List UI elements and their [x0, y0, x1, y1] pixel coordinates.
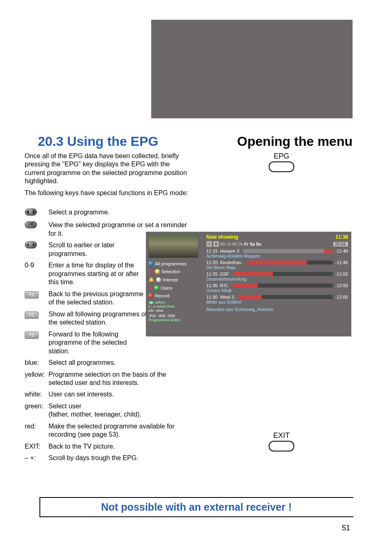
intro-paragraph-2: The following keys have special function… — [25, 189, 189, 197]
key-lr-text: Select a programme. — [48, 208, 189, 216]
f2-icon: F2 — [25, 311, 39, 319]
epg-programme-item: 11:25DSF-11:55Dauerwerbesendung — [206, 272, 348, 281]
legend-text: ◀▶ select. 0...9 select time. OK: view. … — [148, 301, 203, 322]
opt-selection: Selection — [161, 269, 180, 274]
key-exit-text: Back to the TV picture. — [48, 442, 189, 451]
exit-key-shape-icon — [269, 441, 294, 451]
key-f2-text: Show all following programmes of the sel… — [48, 310, 147, 327]
opt-interest: Interest — [163, 277, 178, 282]
footer-warning-box: Not possible with an external receiver ! — [39, 497, 353, 517]
day-plus-icon: + — [213, 241, 219, 247]
epg-title: Now showing — [206, 234, 238, 240]
key-pm-label: – +: — [25, 454, 48, 462]
epg-programme-item: 11:20KinderKan.-11:45Die Biene Maja — [206, 260, 348, 270]
opt-all-programmes: All programmes — [155, 261, 187, 266]
legend-f3-icon: F-3 — [167, 314, 175, 318]
blue-dot-icon — [148, 261, 153, 266]
key-green-text: Select user (father, mother, teenager, c… — [48, 402, 189, 419]
left-right-small-icon — [25, 241, 37, 249]
key-red-text: Make the selected programme available fo… — [48, 422, 189, 439]
key-white-text: User can set interests. — [48, 390, 189, 398]
power-icon: ⏻ — [148, 269, 153, 274]
epg-key-label: EPG — [205, 152, 357, 161]
opt-record: Record — [155, 293, 169, 298]
key-09-text: Enter a time for display of the programm… — [48, 261, 147, 286]
left-right-icon — [25, 208, 37, 216]
key-white-label: white: — [25, 390, 48, 398]
legend-f1-icon: F-1 — [148, 314, 157, 318]
key-blue-text: Select all programmes. — [48, 359, 189, 367]
key-green-label: green: — [25, 402, 48, 410]
key-lr2-text: Scroll to earlier or later programmes. — [48, 241, 147, 258]
day-minus-icon: – — [206, 241, 212, 247]
header-gray-block — [151, 20, 353, 118]
opt-users: Users — [161, 286, 173, 290]
epg-programme-item: 11:30West 3-12:00Bilder aus Südtirol — [206, 295, 348, 304]
intro-paragraph-1: Once all of the EPG data have been colle… — [25, 152, 189, 186]
key-blue-label: blue: — [25, 359, 48, 367]
epg-clock: 11:38 — [335, 234, 348, 240]
user-icon: ш — [148, 285, 152, 291]
key-f1-text: Back to the previous programme of the se… — [48, 290, 147, 307]
key-pm-text: Scroll by days trough the EPG. — [48, 454, 189, 462]
f3-icon: F3 — [25, 332, 39, 339]
red-dot-icon — [148, 293, 153, 298]
key-yellow-label: yellow: — [25, 371, 48, 379]
page-number: 51 — [342, 524, 350, 532]
key-red-label: red: — [25, 422, 48, 431]
heading-left: 20.3 Using the EPG — [38, 134, 158, 149]
key-exit-label: EXIT: — [25, 442, 48, 451]
key-yellow-text: Programme selection on the basis of the … — [48, 371, 189, 387]
key-f3-text: Forward to the following programme of th… — [48, 330, 147, 355]
exit-key-label: EXIT — [205, 431, 357, 440]
key-09-label: 0-9 — [25, 261, 48, 269]
green-dot-icon — [154, 286, 159, 290]
epg-days-row: – + Mo Di Mi Do Fr Sa So 29.04. — [206, 241, 348, 247]
yellow-dot-icon — [155, 269, 160, 274]
epg-screenshot-panel: All programmes ⏻Selection 🔔Interest шUse… — [146, 232, 351, 336]
epg-preview-image — [148, 234, 198, 258]
epg-date: 29.04. — [333, 242, 348, 246]
ok-icon — [25, 221, 37, 228]
legend-f2-icon: F-2 — [158, 314, 166, 318]
f1-icon: F1 — [25, 291, 39, 299]
bell-icon: 🔔 — [148, 277, 154, 283]
epg-programme-item: 11:30RTL-12:00Unsere Klinik — [206, 283, 348, 293]
epg-bottom-text: Aktuelles aus Schleswig_Holstein — [206, 307, 348, 312]
heading-right: Opening the menu — [237, 134, 353, 149]
epg-key-shape-icon — [269, 161, 294, 172]
epg-programme-item: 11:15Hessen 3-11:40Schleswig-Holstein Ma… — [206, 249, 348, 258]
white-dot-icon — [156, 277, 161, 282]
